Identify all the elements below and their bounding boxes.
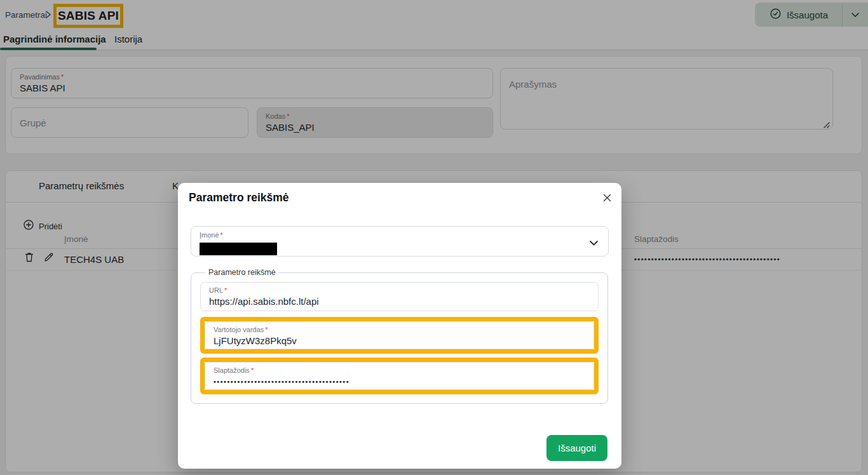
parametro-reiksme-fieldset: Parametro reikšmė URL* https://api.sabis… bbox=[191, 268, 608, 404]
vartotojo-vardas-value: LjFUtyzW3z8Pkq5v bbox=[214, 335, 585, 346]
close-button[interactable] bbox=[601, 192, 613, 203]
modal-title: Parametro reikšmė bbox=[189, 191, 289, 204]
slaptazodis-field[interactable]: Slaptažodis* •••••••••••••••••••••••••••… bbox=[205, 362, 594, 390]
page: Parametrai SABIS API Išsaugota bbox=[0, 0, 868, 475]
issaugoti-button[interactable]: Išsaugoti bbox=[546, 435, 607, 461]
parametro-reiksme-modal: Parametro reikšmė Įmonė* Parametro reikš… bbox=[178, 183, 621, 469]
url-label: URL* bbox=[209, 286, 590, 294]
vartotojo-vardas-field[interactable]: Vartotojo vardas* LjFUtyzW3z8Pkq5v bbox=[205, 321, 594, 349]
imone-select[interactable]: Įmonė* bbox=[191, 226, 609, 257]
url-value: https://api.sabis.nbfc.lt/api bbox=[209, 296, 590, 307]
slaptazodis-value: •••••••••••••••••••••••••••••••••••••••• bbox=[214, 378, 585, 385]
username-highlight-box: Vartotojo vardas* LjFUtyzW3z8Pkq5v bbox=[200, 317, 599, 354]
close-icon bbox=[603, 194, 611, 202]
fieldset-legend: Parametro reikšmė bbox=[205, 268, 279, 277]
password-highlight-box: Slaptažodis* •••••••••••••••••••••••••••… bbox=[200, 358, 599, 394]
imone-label: Įmonė* bbox=[200, 231, 600, 239]
chevron-down-icon bbox=[589, 238, 599, 249]
slaptazodis-label: Slaptažodis* bbox=[214, 366, 585, 374]
redacted-value bbox=[200, 243, 277, 255]
url-field[interactable]: URL* https://api.sabis.nbfc.lt/api bbox=[200, 282, 599, 311]
vartotojo-vardas-label: Vartotojo vardas* bbox=[214, 326, 585, 333]
